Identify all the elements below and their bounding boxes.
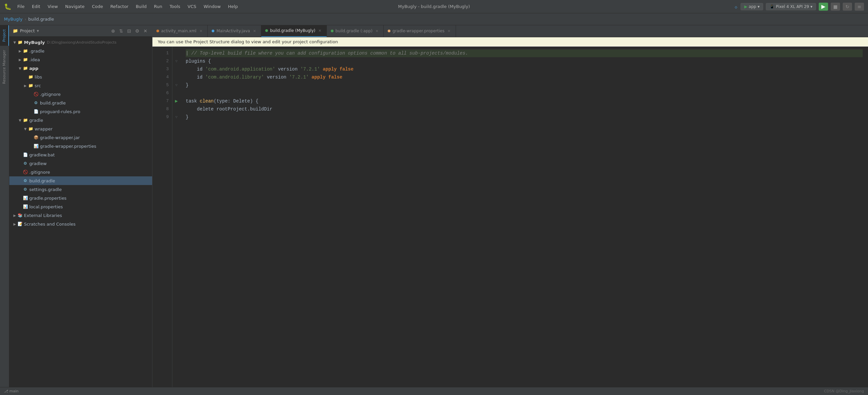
more-actions-button[interactable]: ≡ [855, 3, 864, 11]
nav-back-icon[interactable]: ⬦ [734, 3, 738, 10]
tab-build-gradle-mybugly-close[interactable]: ✕ [317, 28, 322, 33]
tree-item-ext-libs[interactable]: ▶ 📚 External Libraries [9, 211, 152, 220]
panel-dropdown-chevron[interactable]: ▾ [37, 28, 39, 33]
tree-item-gitignore-app[interactable]: 🚫 .gitignore [9, 90, 152, 98]
tab-gradle-mybugly-icon [265, 29, 268, 32]
gitignore-app-name: .gitignore [40, 92, 61, 97]
tree-item-wrapper-dir[interactable]: ▼ 📁 wrapper [9, 124, 152, 133]
proguard-name: proguard-rules.pro [40, 109, 80, 114]
tab-gradle-wrapper[interactable]: gradle-wrapper.properties ✕ [384, 25, 456, 37]
tree-item-libs[interactable]: 📁 libs [9, 72, 152, 81]
menu-bar: File Edit View Navigate Code Refactor Bu… [14, 3, 734, 10]
breadcrumb-project[interactable]: MyBugly [4, 17, 23, 22]
code-editor[interactable]: 1 2 3 4 5 6 7 8 9 ▽ ▽ ▶ ▽ [152, 47, 868, 387]
line-num-4: 4 [152, 73, 169, 81]
menu-code[interactable]: Code [89, 3, 106, 10]
scratches-expand-icon[interactable]: ▶ [12, 222, 17, 226]
menu-window[interactable]: Window [200, 3, 224, 10]
libs-name: libs [35, 74, 42, 80]
sidebar-item-resource-manager[interactable]: Resource Manager [0, 46, 9, 88]
build-gradle-root-name: build.gradle [29, 178, 55, 183]
tab-build-gradle-mybugly[interactable]: build.gradle (MyBugly) ✕ [261, 25, 327, 37]
tree-item-gradlew-bat[interactable]: 📄 gradlew.bat [9, 150, 152, 159]
gutter-9[interactable]: ▽ [174, 113, 179, 121]
idea-dir-expand-icon[interactable]: ▶ [17, 58, 23, 62]
tree-item-src[interactable]: ▶ 📁 src [9, 81, 152, 90]
code-line-2: plugins { [186, 57, 863, 65]
tab-activity-main-close[interactable]: ✕ [198, 29, 204, 34]
app-dir-expand-icon[interactable]: ▼ [17, 66, 23, 70]
stop-button[interactable]: ■ [831, 3, 840, 11]
gutter-5[interactable]: ▽ [174, 81, 179, 89]
tree-root[interactable]: ▼ 📁 MyBugly D:\DingJiaxiong\AndroidStudi… [9, 38, 152, 47]
code-content[interactable]: | // Top-level build file where you can … [180, 47, 868, 387]
menu-edit[interactable]: Edit [29, 3, 43, 10]
tab-gradle-wrapper-close[interactable]: ✕ [446, 29, 451, 34]
fold-icon-5[interactable]: ▽ [176, 81, 178, 89]
menu-refactor[interactable]: Refactor [107, 3, 132, 10]
panel-scroll-button[interactable]: ⇅ [118, 28, 124, 34]
fold-icon-2[interactable]: ▽ [176, 57, 178, 65]
root-expand-icon[interactable]: ▼ [12, 40, 17, 44]
config-dropdown[interactable]: ▶ app ▾ [741, 3, 763, 10]
tree-item-settings-gradle[interactable]: ⚙ settings.gradle [9, 185, 152, 194]
menu-build[interactable]: Build [132, 3, 150, 10]
wrapper-name: wrapper [35, 126, 53, 131]
breadcrumb: MyBugly › build.gradle [4, 17, 54, 22]
tab-main-activity[interactable]: MainActivity.java ✕ [208, 25, 261, 37]
tree-item-local-properties[interactable]: 📊 local.properties [9, 202, 152, 211]
device-dropdown[interactable]: 📱 Pixel 4 XL API 29 ▾ [766, 3, 816, 10]
menu-help[interactable]: Help [225, 3, 241, 10]
breadcrumb-file: build.gradle [28, 17, 54, 22]
menu-run[interactable]: Run [151, 3, 166, 10]
tree-item-gradlew[interactable]: ⚙ gradlew [9, 159, 152, 168]
settings-gradle-name: settings.gradle [29, 187, 62, 192]
ext-libs-name: External Libraries [24, 213, 62, 218]
code-line-8: delete rootProject.buildDir [186, 105, 863, 113]
sidebar-item-project[interactable]: Project [0, 25, 9, 46]
gutter-6 [174, 89, 179, 97]
sync-button[interactable]: ↻ [843, 3, 852, 11]
panel-collapse-button[interactable]: ⊟ [126, 28, 132, 34]
status-text: CDSN @Ding_Jiaxiong [824, 389, 864, 393]
tab-activity-main[interactable]: activity_main.xml ✕ [152, 25, 208, 37]
tree-item-build-gradle-root[interactable]: ⚙ build.gradle [9, 176, 152, 185]
panel-add-button[interactable]: ⊕ [110, 28, 117, 34]
panel-settings-button[interactable]: ⚙ [134, 28, 141, 34]
tree-item-idea-dir[interactable]: ▶ 📁 .idea [9, 55, 152, 64]
tree-item-app-dir[interactable]: ▼ 📁 app [9, 64, 152, 72]
tab-bar: activity_main.xml ✕ MainActivity.java ✕ … [152, 25, 868, 37]
menu-tools[interactable]: Tools [166, 3, 184, 10]
gutter-7[interactable]: ▶ [174, 97, 179, 105]
menu-vcs[interactable]: VCS [184, 3, 200, 10]
src-expand-icon[interactable]: ▶ [23, 84, 28, 88]
git-branch[interactable]: ⎇ main [4, 389, 19, 393]
tree-item-gradle-wrapper-props[interactable]: 📊 gradle-wrapper.properties [9, 142, 152, 150]
tree-item-gitignore-root[interactable]: 🚫 .gitignore [9, 168, 152, 176]
run-button[interactable]: ▶ [819, 3, 828, 11]
scratches-icon: 📝 [17, 222, 23, 226]
fold-icon-9[interactable]: ▽ [176, 113, 178, 121]
gutter-2[interactable]: ▽ [174, 57, 179, 65]
tree-item-gradle-dir2[interactable]: ▼ 📁 gradle [9, 116, 152, 124]
panel-close-button[interactable]: ✕ [142, 28, 149, 34]
tree-item-gradle-wrapper-jar[interactable]: 📦 gradle-wrapper.jar [9, 133, 152, 142]
tree-item-build-gradle-app[interactable]: ⚙ build.gradle [9, 98, 152, 107]
menu-file[interactable]: File [14, 3, 28, 10]
scratches-name: Scratches and Consoles [24, 222, 75, 226]
tree-item-gradle-properties[interactable]: 📊 gradle.properties [9, 194, 152, 202]
tab-build-gradle-app-close[interactable]: ✕ [374, 29, 379, 34]
tree-item-proguard[interactable]: 📄 proguard-rules.pro [9, 107, 152, 116]
menu-navigate[interactable]: Navigate [62, 3, 88, 10]
menu-view[interactable]: View [44, 3, 61, 10]
gradle-dir-expand-icon[interactable]: ▶ [17, 49, 23, 53]
tab-build-gradle-app[interactable]: build.gradle (:app) ✕ [327, 25, 384, 37]
ext-libs-expand-icon[interactable]: ▶ [12, 214, 17, 217]
tab-main-activity-close[interactable]: ✕ [252, 29, 257, 34]
code-comment-1: // Top-level build file where you can ad… [188, 49, 468, 57]
gradle-dir2-expand-icon[interactable]: ▼ [17, 119, 23, 122]
run-gutter-icon-7[interactable]: ▶ [175, 97, 178, 105]
tree-item-gradle-dir[interactable]: ▶ 📁 .gradle [9, 47, 152, 55]
wrapper-expand-icon[interactable]: ▼ [23, 127, 28, 131]
tree-item-scratches[interactable]: ▶ 📝 Scratches and Consoles [9, 220, 152, 228]
